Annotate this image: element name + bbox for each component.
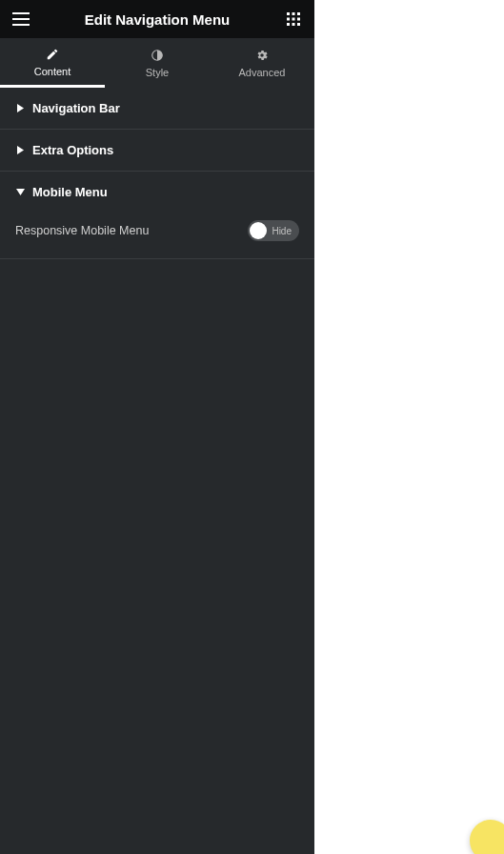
- help-fab[interactable]: [470, 820, 504, 854]
- section-title: Navigation Bar: [32, 101, 120, 115]
- control-responsive-mobile-menu: Responsive Mobile Menu Hide: [15, 220, 299, 241]
- tab-label: Content: [34, 66, 71, 77]
- section-header-mobile-menu[interactable]: Mobile Menu: [0, 172, 314, 213]
- contrast-icon: [151, 48, 164, 63]
- toggle-responsive-mobile-menu[interactable]: Hide: [248, 220, 299, 241]
- menu-button[interactable]: [10, 8, 32, 30]
- apps-button[interactable]: [282, 8, 305, 30]
- section-title: Extra Options: [32, 143, 113, 157]
- caret-right-icon: [15, 146, 25, 154]
- tab-style[interactable]: Style: [105, 38, 210, 88]
- caret-right-icon: [15, 104, 25, 112]
- toggle-state-label: Hide: [272, 226, 292, 236]
- svg-rect-4: [292, 12, 295, 15]
- section-extra-options: Extra Options: [0, 130, 314, 172]
- tab-label: Advanced: [239, 67, 286, 78]
- svg-rect-6: [287, 18, 290, 21]
- svg-rect-3: [287, 12, 290, 15]
- section-title: Mobile Menu: [32, 185, 108, 199]
- section-mobile-menu: Mobile Menu Responsive Mobile Menu Hide: [0, 172, 314, 259]
- section-navigation-bar: Navigation Bar: [0, 88, 314, 130]
- tab-advanced[interactable]: Advanced: [210, 38, 314, 88]
- sidebar-header: Edit Navigation Menu: [0, 0, 314, 38]
- svg-rect-11: [297, 23, 300, 26]
- section-header-extra-options[interactable]: Extra Options: [0, 130, 314, 171]
- editor-tabs: Content Style Advanced: [0, 38, 314, 88]
- svg-rect-2: [12, 24, 30, 26]
- svg-rect-10: [292, 23, 295, 26]
- svg-rect-7: [292, 18, 295, 21]
- gear-icon: [255, 48, 269, 63]
- hamburger-icon: [12, 12, 30, 26]
- section-header-navigation-bar[interactable]: Navigation Bar: [0, 88, 314, 129]
- svg-rect-5: [297, 12, 300, 15]
- sidebar-title: Edit Navigation Menu: [32, 11, 282, 28]
- toggle-knob: [250, 222, 267, 239]
- editor-canvas[interactable]: [314, 0, 504, 854]
- tab-content[interactable]: Content: [0, 38, 105, 88]
- control-label: Responsive Mobile Menu: [15, 224, 149, 237]
- caret-down-icon: [15, 189, 25, 195]
- svg-rect-1: [12, 18, 30, 20]
- pencil-icon: [46, 47, 59, 62]
- editor-sidebar: Edit Navigation Menu Content Style: [0, 0, 314, 854]
- grid-icon: [287, 12, 300, 26]
- svg-rect-0: [12, 12, 30, 14]
- tab-label: Style: [146, 67, 169, 78]
- svg-rect-8: [297, 18, 300, 21]
- section-body-mobile-menu: Responsive Mobile Menu Hide: [0, 213, 314, 258]
- svg-rect-9: [287, 23, 290, 26]
